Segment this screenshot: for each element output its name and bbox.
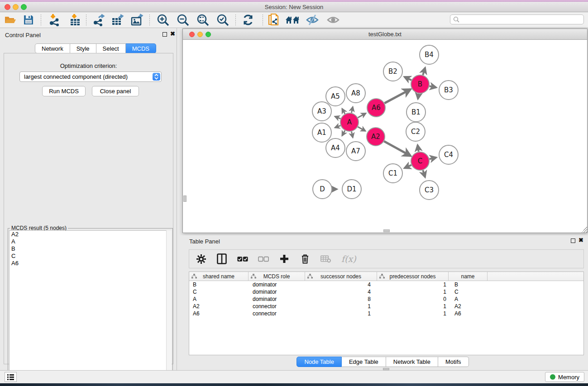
float-table-panel-icon[interactable] <box>571 238 575 243</box>
canvas-vertical-scroll-handle[interactable] <box>183 195 186 202</box>
mcds-result-item[interactable]: A2 <box>10 231 166 238</box>
tab-node-table[interactable]: Node Table <box>296 357 342 367</box>
graph-edge-C-C1[interactable] <box>405 165 411 168</box>
table-cell[interactable]: A <box>449 295 488 303</box>
table-cell[interactable]: 1 <box>377 281 449 288</box>
delete-table-button[interactable] <box>320 253 331 264</box>
table-cell[interactable]: A6 <box>189 310 249 317</box>
graph-edge-C-C2[interactable] <box>418 145 419 152</box>
close-panel-icon[interactable]: ✖ <box>170 30 175 37</box>
float-panel-icon[interactable] <box>163 32 167 37</box>
table-cell[interactable]: 1 <box>377 288 449 295</box>
graph-edge-B-B2[interactable] <box>404 77 411 80</box>
graph-edge-A-A1[interactable] <box>335 125 340 128</box>
table-cell[interactable]: 1 <box>305 303 377 310</box>
tab-edge-table[interactable]: Edge Table <box>342 357 386 367</box>
table-cell[interactable]: 1 <box>377 310 449 317</box>
table-row[interactable]: A6connector11A6 <box>189 310 583 317</box>
graph-edge-A2-C[interactable] <box>384 141 411 156</box>
window-resize-grip[interactable] <box>581 227 587 233</box>
table-row[interactable]: A2connector11A2 <box>189 303 583 310</box>
run-mcds-button[interactable]: Run MCDS <box>42 86 86 96</box>
table-cell[interactable]: 0 <box>377 295 449 303</box>
table-cell[interactable]: A <box>189 295 249 303</box>
close-table-panel-icon[interactable]: ✖ <box>578 237 583 243</box>
column-header-shared-name[interactable]: shared name <box>189 272 249 281</box>
export-network-button[interactable] <box>90 13 107 27</box>
table-cell[interactable]: A2 <box>189 303 249 310</box>
zoom-fit-button[interactable] <box>194 13 211 27</box>
table-cell[interactable]: connector <box>249 303 305 310</box>
table-cell[interactable]: C <box>449 288 488 295</box>
search-input[interactable] <box>459 16 583 23</box>
graph-edge-C-C4[interactable] <box>429 157 436 159</box>
graph-edge-A6-B[interactable] <box>385 89 411 103</box>
graph-edge-A-A7[interactable] <box>351 132 353 138</box>
criterion-dropdown[interactable]: largest connected component (directed) <box>19 71 162 82</box>
graph-edge-A-A4[interactable] <box>342 130 345 135</box>
open-session-button[interactable] <box>2 13 19 27</box>
column-header-predecessor-nodes[interactable]: predecessor nodes <box>377 272 449 281</box>
apply-layout-button[interactable] <box>239 13 257 27</box>
zoom-in-button[interactable] <box>154 13 172 27</box>
table-cell[interactable]: C <box>189 288 249 295</box>
graph-edge-B-B1[interactable] <box>418 94 419 99</box>
table-cell[interactable]: 1 <box>305 310 377 317</box>
export-table-button[interactable] <box>109 13 126 27</box>
delete-column-button[interactable] <box>300 253 311 264</box>
mcds-result-item[interactable]: A6 <box>10 260 166 267</box>
add-column-button[interactable] <box>279 253 290 264</box>
table-cell[interactable]: B <box>189 281 249 288</box>
table-cell[interactable]: 4 <box>305 288 377 295</box>
settings-gear-button[interactable] <box>196 253 206 264</box>
hide-selected-button[interactable] <box>304 13 321 27</box>
table-cell[interactable]: connector <box>249 310 305 317</box>
memory-button[interactable]: Memory <box>545 372 584 382</box>
table-cell[interactable]: 1 <box>377 303 449 310</box>
network-canvas[interactable]: B4B2BB3A5A8A6A3B1AA1C2A2A4A7C4CC1C3DD1 <box>183 40 587 233</box>
table-row[interactable]: Bdominator41B <box>189 281 583 288</box>
graph-edge-B-B4[interactable] <box>423 68 425 75</box>
table-cell[interactable]: dominator <box>249 288 305 295</box>
graph-edge-A-A5[interactable] <box>342 109 345 114</box>
tab-style[interactable]: Style <box>70 43 96 53</box>
home-button[interactable] <box>284 13 301 27</box>
mcds-result-item[interactable]: A <box>10 238 166 245</box>
show-columns-button[interactable] <box>216 253 227 264</box>
graph-edge-A-A8[interactable] <box>351 107 353 113</box>
mcds-result-item[interactable]: B <box>10 245 166 253</box>
show-all-button[interactable] <box>325 13 342 27</box>
tab-motifs[interactable]: Motifs <box>438 357 469 367</box>
graph-edge-A-A3[interactable] <box>335 116 341 119</box>
tab-mcds[interactable]: MCDS <box>126 43 156 53</box>
column-header-MCDS-role[interactable]: MCDS role <box>249 272 305 281</box>
mcds-result-scrollbar[interactable] <box>166 230 172 383</box>
table-cell[interactable]: A6 <box>449 310 488 317</box>
mcds-result-list[interactable]: A2ABCA6 <box>9 230 167 383</box>
table-cell[interactable]: 8 <box>305 295 377 303</box>
tab-network[interactable]: Network <box>35 43 70 53</box>
tab-select[interactable]: Select <box>96 43 126 53</box>
table-cell[interactable]: dominator <box>249 295 305 303</box>
graph-edge-A-A6[interactable] <box>358 113 366 118</box>
select-all-button[interactable] <box>237 253 248 264</box>
graph-edge-B-B3[interactable] <box>430 86 436 87</box>
save-session-button[interactable] <box>20 13 37 27</box>
network-from-selection-button[interactable] <box>265 13 282 27</box>
close-panel-button[interactable]: Close panel <box>92 86 139 96</box>
graph-edge-C-C3[interactable] <box>423 170 425 177</box>
zoom-out-button[interactable] <box>174 13 191 27</box>
zoom-selected-button[interactable] <box>214 13 231 27</box>
deselect-all-button[interactable] <box>258 253 269 264</box>
tab-network-table[interactable]: Network Table <box>386 357 438 367</box>
table-cell[interactable]: A2 <box>449 303 488 310</box>
column-header-successor-nodes[interactable]: successor nodes <box>305 272 377 281</box>
table-cell[interactable]: B <box>449 281 488 288</box>
mcds-result-item[interactable]: C <box>10 253 166 260</box>
function-builder-button[interactable]: f(x) <box>341 254 356 264</box>
export-image-button[interactable] <box>129 13 146 27</box>
table-cell[interactable]: 4 <box>305 281 377 288</box>
table-cell[interactable]: dominator <box>249 281 305 288</box>
canvas-horizontal-scroll-handle[interactable] <box>383 229 390 232</box>
search-box[interactable] <box>450 14 584 24</box>
